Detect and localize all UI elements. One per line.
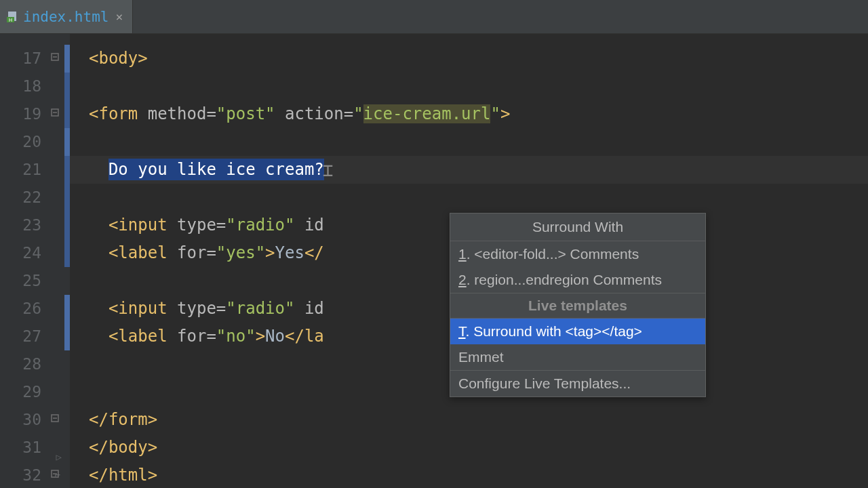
code-token: <body>	[89, 49, 148, 68]
line-number[interactable]: 24	[0, 239, 64, 267]
selected-text: Do you like ice cream?	[108, 159, 324, 180]
editor-tab-index-html[interactable]: H index.html ×	[0, 0, 133, 33]
surround-with-popup: Surround With 1. <editor-fold...> Commen…	[450, 213, 706, 397]
line-number[interactable]: 26	[0, 295, 64, 323]
fold-end-icon[interactable]	[51, 470, 60, 479]
line-number[interactable]: 29	[0, 378, 64, 406]
popup-item-surround-tag[interactable]: T. Surround with <tag></tag>	[450, 319, 705, 344]
tab-filename: index.html	[23, 9, 108, 25]
line-number[interactable]: 30	[0, 406, 64, 434]
popup-title: Surround With	[450, 214, 705, 241]
fold-toggle-icon[interactable]	[51, 53, 60, 62]
close-tab-icon[interactable]: ×	[113, 9, 125, 24]
popup-item-configure-live-templates[interactable]: Configure Live Templates...	[450, 370, 705, 396]
line-number[interactable]: 21	[0, 156, 64, 184]
line-number[interactable]: 31▷	[0, 434, 64, 462]
line-number[interactable]: 18	[0, 73, 64, 100]
line-number[interactable]: 22	[0, 184, 64, 211]
tab-bar: H index.html ×	[0, 0, 868, 34]
html-file-icon: H	[7, 11, 19, 23]
fold-end-icon[interactable]	[51, 414, 60, 424]
line-number[interactable]: 17	[0, 45, 64, 73]
popup-item-emmet[interactable]: Emmet	[450, 344, 705, 370]
svg-text:H: H	[9, 17, 12, 22]
change-marker	[64, 73, 70, 128]
line-number[interactable]: 19	[0, 100, 64, 128]
code-token: <form	[89, 104, 138, 123]
popup-item-region[interactable]: 2. region...endregion Comments	[450, 267, 705, 293]
change-marker	[64, 295, 70, 350]
code-editor: 17 18 19 20 21 22 23 24 25 26 27 28 29 3…	[0, 34, 868, 488]
fold-end-icon[interactable]	[51, 450, 60, 460]
popup-section-live-templates: Live templates	[450, 293, 705, 319]
change-marker	[64, 45, 70, 73]
line-number-gutter: 17 18 19 20 21 22 23 24 25 26 27 28 29 3…	[0, 34, 64, 488]
line-number[interactable]: 27	[0, 323, 64, 350]
line-number[interactable]: 28	[0, 350, 64, 378]
line-number[interactable]: 23	[0, 211, 64, 239]
popup-item-editor-fold[interactable]: 1. <editor-fold...> Comments	[450, 241, 705, 267]
fold-toggle-icon[interactable]	[51, 108, 60, 118]
change-marker	[64, 156, 70, 267]
line-number[interactable]: ⌐32	[0, 462, 64, 488]
line-number[interactable]: 25	[0, 267, 64, 295]
code-content[interactable]: <body> <form method="post" action="ice-c…	[70, 34, 868, 488]
change-marker	[64, 128, 70, 156]
marker-bar	[64, 34, 70, 488]
text-cursor-icon: ⌶	[323, 160, 334, 180]
line-number[interactable]: 20	[0, 128, 64, 156]
